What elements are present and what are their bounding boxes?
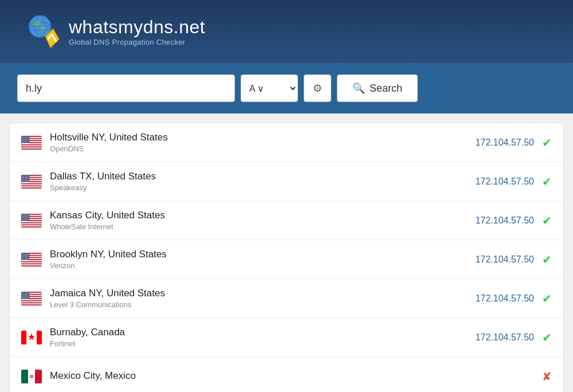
svg-point-196 [25,254,26,254]
svg-point-55 [25,142,26,142]
svg-point-234 [24,259,25,260]
svg-point-290 [22,298,22,299]
settings-button[interactable]: ⚙ [304,75,331,102]
svg-point-83 [22,177,22,177]
svg-point-220 [28,257,28,257]
svg-point-18 [27,136,28,136]
svg-point-166 [26,219,26,219]
svg-point-286 [23,297,24,298]
svg-point-204 [29,254,29,255]
svg-point-74 [24,175,25,175]
svg-rect-70 [21,186,42,187]
country-flag [21,370,42,383]
svg-point-210 [22,256,22,257]
svg-point-194 [22,254,23,254]
svg-point-112 [23,181,24,181]
site-header: whatsmydns.net Global DNS Propagation Ch… [0,0,573,63]
svg-point-224 [26,258,26,258]
svg-point-256 [28,293,28,293]
result-ip: 172.104.57.50 [476,254,534,265]
svg-point-133 [26,214,26,214]
svg-point-45 [26,140,27,140]
svg-point-81 [26,176,27,177]
location-info: Mexico City, Mexico [50,370,534,383]
svg-point-101 [23,179,24,179]
svg-point-269 [23,295,23,296]
svg-point-270 [24,295,25,296]
svg-point-212 [24,256,25,257]
svg-point-163 [22,219,22,219]
svg-rect-69 [21,184,42,185]
svg-point-208 [26,255,27,256]
gear-icon: ⚙ [313,82,322,95]
search-input[interactable] [17,75,235,102]
location-info: Dallas TX, United StatesSpeakeasy [50,171,476,192]
check-icon: ✔ [542,253,552,266]
svg-point-266 [26,294,27,295]
svg-point-216 [22,257,23,257]
svg-point-17 [26,136,26,136]
svg-point-51 [27,141,28,142]
svg-point-4 [33,21,40,26]
svg-point-63 [29,142,29,143]
svg-rect-297 [37,331,42,344]
svg-point-294 [27,298,28,299]
svg-point-57 [28,142,28,142]
dns-type-select[interactable]: A ∨ AAAA CNAME MX NS PTR SOA SRV TXT [241,75,298,102]
country-flag [21,253,42,266]
svg-point-190 [24,253,25,253]
svg-point-171 [25,219,26,220]
svg-point-228 [23,258,24,259]
svg-point-231 [28,258,28,259]
svg-point-250 [27,292,28,292]
svg-point-109 [27,180,28,181]
svg-point-207 [25,255,26,256]
svg-point-108 [26,180,26,181]
svg-point-155 [26,217,26,218]
svg-point-60 [24,142,25,143]
svg-point-188 [22,253,22,253]
svg-point-176 [24,220,25,221]
search-section: A ∨ AAAA CNAME MX NS PTR SOA SRV TXT ⚙ 🔍… [0,63,573,113]
location-info: Jamaica NY, United StatesLevel 3 Communi… [50,288,476,309]
svg-point-280 [23,297,23,297]
svg-point-173 [28,219,28,220]
site-name: whatsmydns.net [69,17,205,38]
svg-point-289 [28,297,28,298]
svg-point-175 [23,220,23,221]
results-container: Holtsville NY, United StatesOpenDNS172.1… [9,123,564,392]
table-row: Burnaby, CanadaFortinet172.104.57.50✔ [10,318,563,357]
svg-point-209 [28,255,28,256]
table-row: Holtsville NY, United StatesOpenDNS172.1… [10,123,563,162]
svg-rect-10 [21,143,42,144]
svg-point-118 [24,181,25,182]
svg-point-253 [23,293,24,293]
table-row: Mexico City, Mexico✘ [10,357,563,392]
svg-point-258 [23,293,23,294]
svg-point-282 [26,297,26,297]
svg-point-95 [23,178,23,179]
table-row: Jamaica NY, United StatesLevel 3 Communi… [10,279,563,318]
svg-point-147 [22,216,23,217]
svg-point-75 [26,175,26,175]
svg-rect-128 [21,225,42,226]
check-icon: ✔ [542,136,552,150]
svg-point-213 [26,256,26,257]
svg-point-53 [22,142,23,142]
svg-rect-185 [21,262,42,263]
site-logo-icon [23,11,63,52]
svg-point-89 [22,177,23,178]
svg-point-179 [29,220,29,221]
svg-point-116 [22,181,22,182]
svg-point-215 [29,256,29,257]
search-button[interactable]: 🔍 Search [337,75,418,102]
svg-point-160 [25,218,26,218]
svg-point-230 [26,258,27,259]
result-ip: 172.104.57.50 [476,332,534,343]
svg-point-293 [26,298,26,299]
svg-point-261 [27,293,28,294]
svg-point-295 [29,298,29,299]
svg-point-174 [22,220,22,221]
svg-point-115 [28,181,28,181]
city-name: Jamaica NY, United States [50,288,476,299]
